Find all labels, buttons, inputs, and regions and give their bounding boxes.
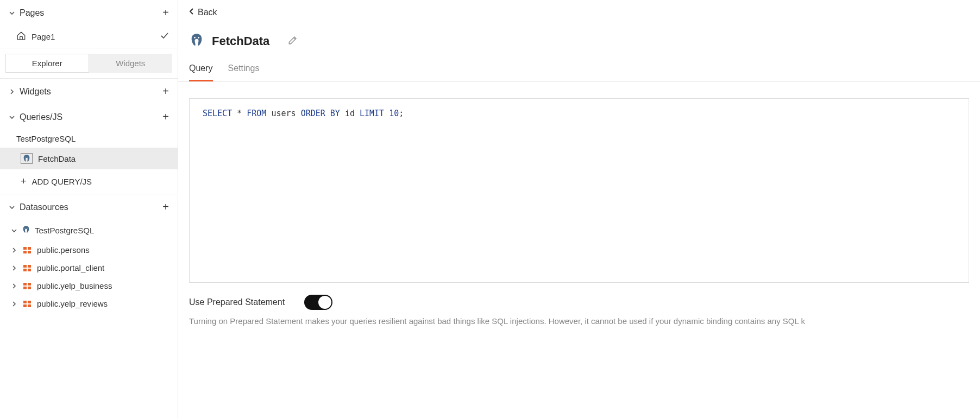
chevron-down-icon [11, 227, 17, 234]
table-icon [23, 264, 32, 272]
datasource-item-testpostgresql[interactable]: TestPostgreSQL [0, 220, 178, 241]
svg-rect-16 [23, 301, 27, 303]
table-item-yelp-reviews[interactable]: public.yelp_reviews [0, 295, 178, 313]
edit-title-button[interactable] [288, 35, 298, 47]
tab-query[interactable]: Query [189, 57, 213, 81]
svg-rect-6 [23, 251, 27, 253]
pages-label: Pages [20, 8, 44, 18]
sql-editor[interactable]: SELECT * FROM users ORDER BY id LIMIT 10… [189, 98, 969, 283]
sql-punctuation: ; [399, 109, 404, 118]
title-row: FetchData [178, 25, 980, 57]
svg-point-21 [198, 37, 199, 39]
datasource-label: TestPostgreSQL [35, 226, 94, 235]
chevron-right-icon [11, 301, 17, 307]
prepared-statement-label: Use Prepared Statement [189, 297, 285, 307]
explorer-tab[interactable]: Explorer [5, 54, 89, 73]
sql-number: 10 [389, 109, 399, 118]
queries-section-header[interactable]: Queries/JS + [0, 104, 178, 130]
toggle-knob [318, 296, 331, 309]
sidebar-item-fetchdata[interactable]: FetchData [0, 148, 178, 169]
query-group-label[interactable]: TestPostgreSQL [0, 130, 178, 148]
postgres-icon [22, 225, 30, 236]
prepared-statement-toggle[interactable] [304, 295, 332, 310]
svg-rect-13 [28, 283, 31, 285]
chevron-down-icon [9, 114, 15, 120]
add-datasource-button[interactable]: + [162, 201, 169, 213]
sql-identifier: users [271, 109, 296, 118]
sql-keyword: SELECT [203, 109, 232, 118]
query-title: FetchData [212, 34, 269, 48]
svg-rect-7 [28, 251, 31, 253]
svg-rect-19 [28, 304, 31, 307]
svg-point-3 [27, 228, 27, 228]
query-item-label: FetchData [38, 154, 76, 163]
svg-rect-18 [23, 304, 27, 307]
postgres-icon [21, 153, 33, 164]
page-label: Page1 [32, 32, 55, 41]
sql-keyword: FROM [247, 109, 266, 118]
add-widget-button[interactable]: + [162, 85, 169, 98]
sql-keyword: ORDER BY [301, 109, 340, 118]
chevron-left-icon [189, 8, 194, 17]
svg-point-0 [25, 157, 26, 157]
svg-rect-5 [28, 247, 31, 250]
chevron-down-icon [9, 204, 15, 211]
table-item-persons[interactable]: public.persons [0, 241, 178, 259]
svg-rect-10 [23, 269, 27, 271]
svg-rect-4 [23, 247, 27, 250]
chevron-down-icon [9, 10, 15, 16]
svg-rect-15 [28, 287, 31, 289]
table-label: public.persons [37, 245, 90, 255]
pages-section-header[interactable]: Pages + [0, 0, 178, 26]
table-label: public.yelp_reviews [37, 299, 108, 308]
postgres-icon [189, 33, 204, 49]
table-icon [23, 246, 32, 255]
table-icon [23, 300, 32, 308]
table-item-portal-client[interactable]: public.portal_client [0, 259, 178, 277]
svg-rect-12 [23, 283, 27, 285]
sidebar: Pages + Page1 Explorer Widgets Widgets + [0, 0, 178, 419]
table-label: public.yelp_business [37, 281, 112, 290]
main-panel: Back FetchData Query Settings SELECT * F… [178, 0, 980, 419]
table-label: public.portal_client [37, 263, 104, 272]
sidebar-item-page1[interactable]: Page1 [0, 26, 178, 48]
svg-point-1 [27, 157, 28, 157]
widgets-tab[interactable]: Widgets [89, 54, 173, 73]
sql-keyword: LIMIT [360, 109, 384, 118]
add-query-js-button[interactable]: + ADD QUERY/JS [0, 169, 178, 194]
svg-rect-8 [23, 265, 27, 268]
datasources-label: Datasources [20, 202, 68, 212]
widgets-section-header[interactable]: Widgets + [0, 79, 178, 104]
chevron-right-icon [11, 283, 17, 289]
svg-rect-11 [28, 269, 31, 271]
queries-label: Queries/JS [20, 112, 62, 122]
sql-identifier: id [345, 109, 355, 118]
add-query-button[interactable]: + [162, 111, 169, 123]
chevron-right-icon [11, 265, 17, 271]
prepared-statement-row: Use Prepared Statement [189, 295, 969, 310]
explorer-widgets-toggle: Explorer Widgets [0, 48, 178, 79]
chevron-right-icon [9, 88, 15, 95]
plus-icon: + [21, 176, 27, 187]
svg-point-20 [194, 37, 196, 39]
widgets-label: Widgets [20, 87, 51, 97]
table-item-yelp-business[interactable]: public.yelp_business [0, 277, 178, 295]
check-icon [160, 31, 169, 42]
chevron-right-icon [11, 247, 17, 253]
add-query-label: ADD QUERY/JS [32, 177, 92, 186]
prepared-statement-description: Turning on Prepared Statement makes your… [189, 316, 969, 326]
back-button[interactable]: Back [178, 0, 980, 25]
home-icon [16, 31, 26, 42]
back-label: Back [198, 8, 217, 17]
add-page-button[interactable]: + [162, 7, 169, 19]
svg-rect-14 [23, 287, 27, 289]
tabs-row: Query Settings [178, 57, 980, 82]
tab-settings[interactable]: Settings [228, 57, 260, 81]
sql-operator: * [237, 109, 242, 118]
svg-point-2 [24, 228, 25, 228]
content-area: SELECT * FROM users ORDER BY id LIMIT 10… [178, 82, 980, 419]
datasources-section-header[interactable]: Datasources + [0, 194, 178, 220]
svg-rect-9 [28, 265, 31, 268]
svg-rect-17 [28, 301, 31, 303]
table-icon [23, 282, 32, 290]
